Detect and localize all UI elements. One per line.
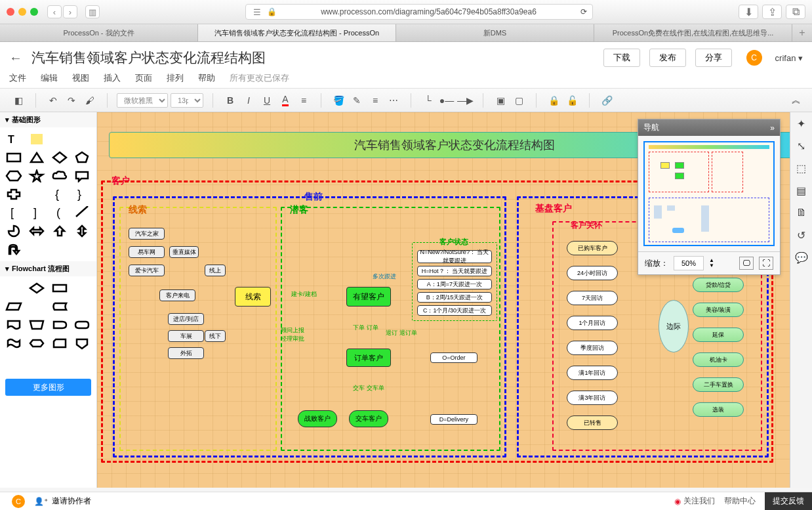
line-end-icon[interactable]: ●— bbox=[439, 93, 455, 108]
shape-bracket-r[interactable]: ] bbox=[27, 205, 47, 221]
right-item[interactable]: 选装 bbox=[693, 402, 744, 417]
shape-connector[interactable] bbox=[72, 280, 92, 296]
tabs-icon[interactable]: ⧉ bbox=[786, 5, 805, 19]
shape-cross[interactable] bbox=[4, 186, 24, 202]
shape-decision[interactable] bbox=[27, 280, 47, 296]
menu-file[interactable]: 文件 bbox=[9, 72, 26, 84]
font-color-icon[interactable]: A bbox=[277, 93, 293, 108]
tab-item[interactable]: 汽车销售领域客户状态变化流程结构图 - ProcessOn bbox=[198, 24, 396, 41]
shape-process[interactable] bbox=[4, 280, 24, 296]
right-item[interactable]: 机油卡 bbox=[693, 352, 744, 367]
shape-uturn[interactable] bbox=[4, 242, 24, 257]
shape-doc[interactable] bbox=[4, 317, 24, 333]
font-size-selector[interactable]: 13px bbox=[171, 93, 203, 108]
shape-predefined[interactable] bbox=[27, 299, 47, 314]
menu-view[interactable]: 视图 bbox=[72, 72, 89, 84]
lead-node[interactable]: 线索 bbox=[235, 287, 271, 307]
care-step[interactable]: 1个月回访 bbox=[567, 316, 618, 330]
publish-button[interactable]: 发布 bbox=[649, 49, 686, 67]
line-color-icon[interactable]: ✎ bbox=[349, 93, 365, 108]
collapse-icon[interactable]: ︽ bbox=[788, 93, 804, 108]
shape-cloud[interactable] bbox=[50, 168, 70, 184]
status-row[interactable]: H=Hot？： 当天就要跟进 bbox=[417, 266, 492, 276]
right-item[interactable]: 二手车置换 bbox=[693, 377, 744, 392]
care-step[interactable]: 满3年回访 bbox=[567, 391, 618, 405]
care-step[interactable]: 7天回访 bbox=[567, 291, 618, 305]
follow-us[interactable]: ◉关注我们 bbox=[674, 496, 715, 507]
download-button[interactable]: 下载 bbox=[603, 49, 640, 67]
right-item[interactable]: 美容/装潢 bbox=[693, 303, 744, 317]
shape-paren[interactable]: ( bbox=[50, 205, 70, 221]
shape-pie[interactable] bbox=[4, 223, 24, 239]
font-selector[interactable]: 微软雅黑 bbox=[117, 93, 168, 108]
shape-thought[interactable] bbox=[27, 186, 47, 202]
menu-page[interactable]: 页面 bbox=[135, 72, 152, 84]
source-node[interactable]: 汽车之家 bbox=[129, 228, 165, 240]
browser-forward-button[interactable]: › bbox=[63, 5, 77, 18]
italic-icon[interactable]: I bbox=[241, 93, 256, 108]
close-window-icon[interactable] bbox=[7, 8, 14, 16]
sidebar-toggle-icon[interactable]: ▥ bbox=[85, 5, 100, 18]
avatar[interactable]: C bbox=[746, 50, 762, 66]
shape-text[interactable]: T bbox=[4, 131, 24, 147]
compass-icon[interactable]: ✦ bbox=[794, 116, 809, 131]
shape-display[interactable] bbox=[72, 317, 92, 333]
deliver-node[interactable]: 交车客户 bbox=[349, 410, 388, 427]
section-basic-shapes[interactable]: ▾ 基础图形 bbox=[0, 112, 96, 127]
bold-icon[interactable]: B bbox=[222, 93, 238, 108]
shape-arrow-lr[interactable] bbox=[27, 223, 47, 239]
section-flowchart[interactable]: ▾ Flowchart 流程图 bbox=[0, 261, 96, 276]
lock-icon[interactable]: 🔒 bbox=[546, 93, 561, 108]
help-center[interactable]: 帮助中心 bbox=[724, 496, 756, 507]
shape-brace-r[interactable]: } bbox=[72, 186, 92, 202]
shape-triangle[interactable] bbox=[27, 150, 47, 165]
care-step[interactable]: 满1年回访 bbox=[567, 366, 618, 380]
browser-back-button[interactable]: ‹ bbox=[47, 5, 62, 18]
shape-line[interactable] bbox=[72, 205, 92, 221]
right-item[interactable]: 贷款/信贷 bbox=[693, 278, 744, 292]
source-node[interactable]: 易车网 bbox=[129, 246, 165, 258]
source-node[interactable]: 爱卡汽车 bbox=[129, 265, 165, 276]
status-row[interactable]: C：1个月/30天跟进一次 bbox=[417, 305, 492, 316]
share-button[interactable]: 分享 bbox=[695, 49, 732, 67]
shape-arrow-ud[interactable] bbox=[72, 223, 92, 239]
shape-small-circle[interactable] bbox=[72, 354, 92, 370]
fit-screen-icon[interactable]: 🖵 bbox=[739, 257, 754, 270]
shape-prep[interactable] bbox=[27, 335, 47, 351]
source-node[interactable]: 外拓 bbox=[168, 347, 204, 359]
undo-icon[interactable]: ↶ bbox=[45, 93, 61, 108]
menu-insert[interactable]: 插入 bbox=[104, 72, 121, 84]
shape-star[interactable] bbox=[27, 168, 47, 184]
shape-data[interactable] bbox=[4, 299, 24, 314]
comment-icon[interactable]: 💬 bbox=[794, 250, 809, 265]
shape-hexagon[interactable] bbox=[4, 168, 24, 184]
history-icon[interactable]: ↺ bbox=[794, 228, 809, 242]
right-item[interactable]: 延保 bbox=[693, 328, 744, 342]
channel-node[interactable]: 线下 bbox=[205, 330, 226, 342]
underline-icon[interactable]: U bbox=[259, 93, 275, 108]
shape-delay[interactable] bbox=[50, 317, 70, 333]
shape-roundrect[interactable] bbox=[4, 150, 24, 165]
connector-icon[interactable]: └ bbox=[420, 93, 436, 108]
line-weight-icon[interactable]: ≡ bbox=[367, 93, 383, 108]
shape-arrow-up[interactable] bbox=[50, 223, 70, 239]
care-step[interactable]: 24小时回访 bbox=[567, 266, 618, 280]
more-shapes-button[interactable]: 更多图形 bbox=[5, 379, 91, 396]
shape-db[interactable] bbox=[50, 354, 70, 370]
reload-icon[interactable]: ⟳ bbox=[580, 7, 587, 16]
shape-tape[interactable] bbox=[4, 335, 24, 351]
care-step[interactable]: 季度回访 bbox=[567, 341, 618, 355]
download-icon[interactable]: ⬇ bbox=[739, 5, 758, 19]
send-back-icon[interactable]: ▢ bbox=[511, 93, 527, 108]
menu-edit[interactable]: 编辑 bbox=[41, 72, 58, 84]
arrow-end-icon[interactable]: —▶ bbox=[457, 93, 474, 108]
share-icon[interactable]: ⇪ bbox=[762, 5, 782, 19]
redo-icon[interactable]: ↷ bbox=[64, 93, 79, 108]
shape-brace-l[interactable]: { bbox=[50, 186, 70, 202]
outline-icon[interactable]: ⤡ bbox=[794, 138, 809, 153]
shape-note[interactable] bbox=[27, 131, 47, 147]
shape-manual[interactable] bbox=[27, 317, 47, 333]
minimize-window-icon[interactable] bbox=[18, 8, 26, 16]
menu-arrange[interactable]: 排列 bbox=[167, 72, 184, 84]
source-node[interactable]: 进店/到店 bbox=[168, 313, 204, 325]
